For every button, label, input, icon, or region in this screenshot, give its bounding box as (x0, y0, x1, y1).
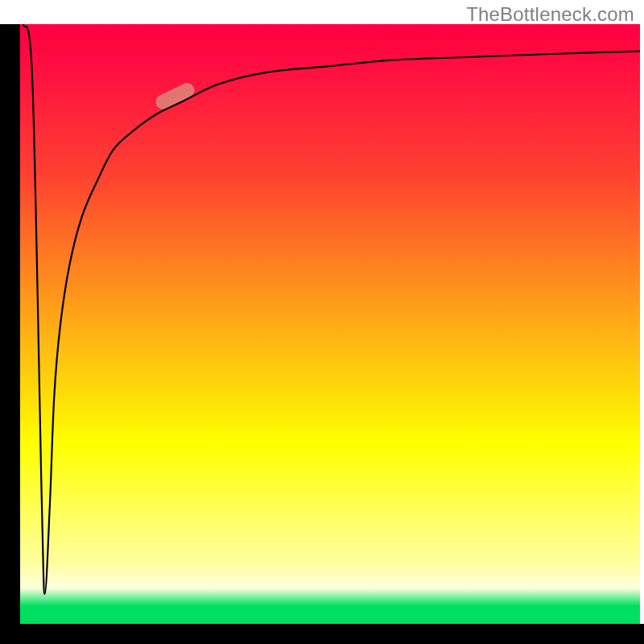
watermark-text: TheBottleneck.com (466, 3, 634, 26)
chart-container: TheBottleneck.com (0, 0, 644, 644)
y-axis (0, 24, 20, 624)
x-axis (0, 624, 644, 644)
highlight-segment (153, 80, 196, 112)
curve-layer (20, 24, 640, 624)
plot-area (20, 24, 640, 624)
bottleneck-curve (23, 24, 640, 594)
